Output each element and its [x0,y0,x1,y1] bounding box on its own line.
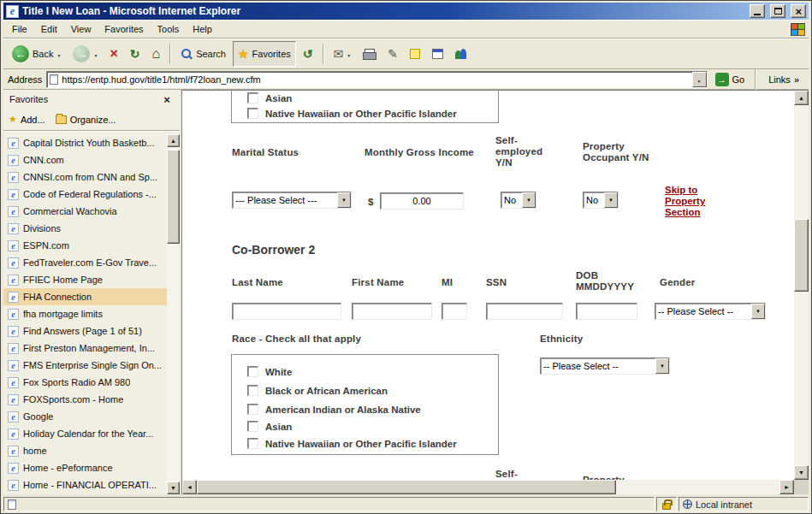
favorites-item[interactable]: FOXSports.com - Home [3,391,167,408]
dob-input[interactable] [576,303,637,320]
minimize-button[interactable] [750,4,765,18]
race-option-row: Black or African American [247,385,388,396]
back-dropdown-arrow-icon[interactable] [56,49,61,59]
menu-view[interactable]: View [64,21,98,37]
ssn-input[interactable] [486,303,563,320]
favorites-item[interactable]: Divisions [3,220,167,237]
messenger-button[interactable] [450,41,471,67]
mail-dropdown-arrow-icon[interactable] [347,49,351,59]
stop-button[interactable] [104,41,122,67]
horizontal-scrollbar[interactable] [182,480,794,494]
favorites-item[interactable]: FMS Enterprise Single Sign On... [3,357,167,374]
favorites-item[interactable]: ESPN.com [3,237,167,254]
first-name-input[interactable] [352,303,432,320]
favorites-item[interactable]: Commercial Wachovia [3,203,167,220]
self-employed-select[interactable]: No [501,192,536,209]
favorites-list: Capital District Youth Basketb... CNN.co… [3,131,180,494]
history-button[interactable] [298,41,318,67]
close-button[interactable] [791,4,806,18]
go-button[interactable]: Go [712,70,749,89]
favorites-item[interactable]: FedTraveler.com E-Gov Trave... [3,254,167,271]
favorites-item[interactable]: Code of Federal Regulations -... [3,186,167,203]
monthly-gross-income-input[interactable] [380,192,464,210]
links-button[interactable]: Links [763,74,804,85]
print-button[interactable] [358,41,381,67]
skip-to-property-section-link[interactable]: Skip to Property Section [665,185,705,218]
security-zone-pane[interactable]: Local intranet [679,497,809,511]
checkbox-native-hawaiian[interactable] [247,108,258,119]
selected-value: -- Please Select -- [541,361,655,371]
favorites-item[interactable]: Holiday Calendar for the Year... [3,425,167,442]
favorites-item[interactable]: Home - FINANCIAL OPERATI... [3,476,167,493]
favorite-label: FedTraveler.com E-Gov Trave... [23,257,157,268]
checkbox-native-hawaiian[interactable] [247,438,258,449]
go-icon [715,73,729,86]
mail-button[interactable] [329,41,357,67]
maximize-button[interactable] [770,4,785,18]
checkbox-american-indian-or-alaska-native[interactable] [247,404,258,415]
scroll-thumb[interactable] [794,219,809,292]
scroll-thumb[interactable] [197,480,616,494]
favorites-item[interactable]: Fox Sports Radio AM 980 [3,374,167,391]
search-button[interactable]: Search [175,41,231,67]
menu-help[interactable]: Help [186,21,219,37]
home-button[interactable] [146,41,165,67]
favorites-item-selected[interactable]: FHA Connection [3,288,167,305]
favorites-item[interactable]: FFIEC Home Page [3,271,167,288]
favorites-item[interactable]: First Preston Management, In... [3,340,167,357]
favorites-button[interactable]: Favorites [233,41,296,67]
vertical-scrollbar[interactable] [794,91,809,480]
toolbar-separator [169,44,171,64]
scroll-right-button[interactable] [779,480,794,494]
favorites-item[interactable]: Google [3,408,167,425]
refresh-button[interactable] [125,41,145,67]
checkbox-asian[interactable] [247,92,258,103]
search-label: Search [196,49,226,59]
menu-edit[interactable]: Edit [34,21,64,37]
scroll-down-button[interactable] [167,482,180,494]
organize-favorites-button[interactable]: Organize... [56,115,116,125]
address-input[interactable]: https://entp.hud.gov/title1/html/f72loan… [46,71,707,88]
window-title: Title I New Loan - Microsoft Internet Ex… [22,5,744,17]
scroll-thumb[interactable] [167,150,180,244]
dropdown-arrow-icon [655,358,669,374]
checkbox-white[interactable] [247,366,258,377]
favorites-item[interactable]: home [3,442,167,459]
favorites-item[interactable]: CNNSI.com from CNN and Sp... [3,168,167,186]
add-favorite-button[interactable]: Add... [9,114,45,125]
gender-select[interactable]: -- Please Select -- [655,303,766,320]
menu-tools[interactable]: Tools [151,21,187,37]
address-dropdown-button[interactable] [692,72,707,87]
scroll-up-button[interactable] [167,134,180,147]
favorite-label: Code of Federal Regulations -... [23,189,157,199]
favorites-item[interactable]: fha mortgage limits [3,305,167,322]
favorites-item[interactable]: Home - ePeformance [3,459,167,476]
close-panel-button[interactable] [160,93,174,106]
property-occupant-select[interactable]: No [583,192,619,209]
favorites-item[interactable]: Capital District Youth Basketb... [3,134,167,151]
marital-status-select[interactable]: --- Please Select --- [232,192,352,209]
research-button[interactable] [427,41,448,67]
scroll-up-button[interactable] [794,91,809,105]
scroll-down-button[interactable] [794,465,809,480]
checkbox-black-or-african-american[interactable] [247,385,258,396]
favorites-item[interactable]: CNN.com [3,151,167,168]
scroll-left-button[interactable] [182,480,197,494]
discuss-button[interactable] [405,41,425,67]
checkbox-asian[interactable] [247,421,258,432]
back-button[interactable]: Back [7,41,66,67]
security-pane[interactable] [656,497,677,511]
checkbox-label: Asian [265,93,292,103]
edit-button[interactable] [382,41,403,67]
menu-file[interactable]: File [5,21,34,37]
last-name-input[interactable] [232,303,341,320]
favicon-icon [8,138,19,149]
favorites-scrollbar[interactable] [167,134,180,494]
forward-dropdown-arrow-icon[interactable] [93,49,98,59]
favorites-item[interactable]: Find Answers (Page 1 of 51) [3,322,167,340]
menu-favorites[interactable]: Favorites [98,21,150,37]
dropdown-arrow-icon [522,192,536,208]
mi-input[interactable] [442,303,467,320]
ethnicity-select[interactable]: -- Please Select -- [540,357,670,375]
forward-button[interactable] [68,41,103,67]
